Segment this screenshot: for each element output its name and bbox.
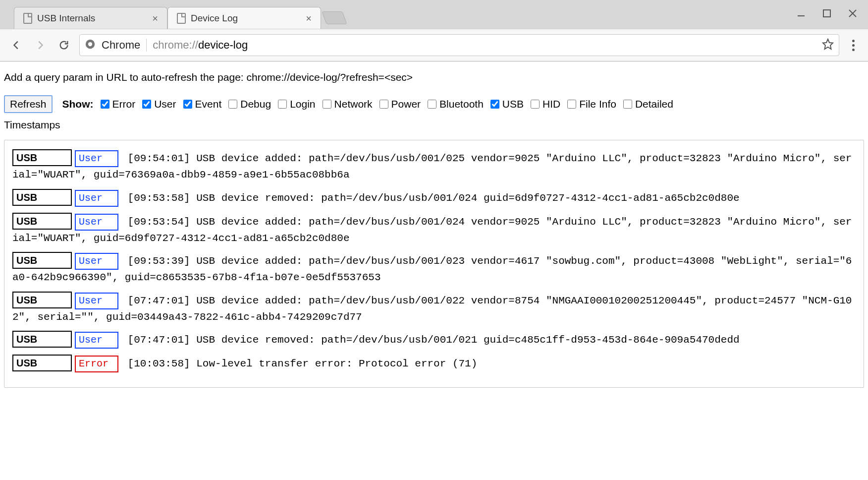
back-button[interactable]: [8, 37, 25, 54]
svg-marker-6: [823, 39, 833, 49]
toolbar: Chrome chrome://device-log: [0, 29, 868, 61]
new-tab-button[interactable]: [322, 11, 347, 24]
auto-refresh-hint: Add a query param in URL to auto-refresh…: [4, 71, 864, 83]
close-window-icon[interactable]: [846, 7, 859, 20]
filter-label: HID: [542, 98, 560, 110]
filter-network[interactable]: Network: [323, 98, 373, 110]
log-level-tag: User: [75, 150, 118, 167]
log-type-tag: USB: [12, 213, 72, 230]
log-entry: USBUser [09:53:54] USB device added: pat…: [12, 213, 856, 246]
tab-strip: USB Internals × Device Log ×: [0, 0, 868, 29]
window-controls: [795, 7, 859, 20]
filter-checkbox[interactable]: [323, 100, 331, 109]
menu-kebab-icon[interactable]: [846, 40, 860, 51]
log-level-tag: User: [75, 214, 118, 231]
url-host: chrome://: [153, 39, 198, 51]
filter-checkbox[interactable]: [101, 100, 109, 109]
log-box: USBUser [09:54:01] USB device added: pat…: [4, 140, 864, 388]
url-display: chrome://device-log: [153, 39, 248, 52]
log-message: [09:53:58] USB device removed: path=/dev…: [121, 192, 740, 204]
minimize-icon[interactable]: [795, 7, 808, 20]
filter-checkbox[interactable]: [183, 100, 192, 109]
filter-checkbox[interactable]: [490, 100, 499, 109]
filter-label: File Info: [579, 98, 616, 110]
log-entry: USBUser [07:47:01] USB device removed: p…: [12, 331, 856, 349]
filter-label: Event: [195, 98, 222, 110]
filter-checkbox[interactable]: [380, 100, 388, 109]
timestamps-label: Timestamps: [4, 119, 864, 131]
tab-title: Device Log: [191, 13, 299, 24]
filter-label: Login: [290, 98, 315, 110]
svg-rect-1: [823, 10, 830, 17]
filter-label: USB: [502, 98, 524, 110]
log-message: [09:53:54] USB device added: path=/dev/b…: [12, 216, 852, 244]
page-icon: [177, 13, 186, 24]
log-level-tag: User: [75, 253, 118, 270]
filter-label: User: [154, 98, 176, 110]
filter-usb[interactable]: USB: [490, 98, 524, 110]
filter-detailed[interactable]: Detailed: [623, 98, 673, 110]
log-level-tag: User: [75, 190, 118, 207]
browser-chrome: USB Internals × Device Log × Chrome chro…: [0, 0, 868, 61]
filter-label: Detailed: [635, 98, 673, 110]
refresh-button[interactable]: Refresh: [4, 95, 53, 113]
filter-label: Network: [334, 98, 373, 110]
show-label: Show:: [62, 98, 94, 110]
tab-device-log[interactable]: Device Log ×: [167, 7, 321, 29]
origin-label: Chrome: [102, 39, 147, 52]
filter-event[interactable]: Event: [183, 98, 222, 110]
svg-point-5: [88, 42, 92, 46]
filter-login[interactable]: Login: [278, 98, 315, 110]
log-type-tag: USB: [12, 252, 72, 269]
chrome-origin-icon: [85, 39, 96, 52]
log-level-tag: User: [75, 293, 118, 309]
log-entry: USBError [10:03:58] Low-level transfer e…: [12, 355, 856, 372]
filter-bluetooth[interactable]: Bluetooth: [428, 98, 484, 110]
filter-power[interactable]: Power: [380, 98, 421, 110]
log-message: [09:54:01] USB device added: path=/dev/b…: [12, 153, 852, 180]
filter-checkbox[interactable]: [228, 100, 237, 109]
log-entry: USBUser [09:53:58] USB device removed: p…: [12, 189, 856, 207]
filter-label: Debug: [240, 98, 271, 110]
page-content: Add a query param in URL to auto-refresh…: [0, 61, 868, 403]
filter-label: Error: [112, 98, 136, 110]
filter-checkbox[interactable]: [428, 100, 436, 109]
log-message: [09:53:39] USB device added: path=/dev/b…: [12, 255, 852, 283]
forward-button[interactable]: [32, 37, 49, 54]
log-type-tag: USB: [12, 331, 72, 348]
log-type-tag: USB: [12, 292, 72, 308]
filter-checkbox[interactable]: [623, 100, 632, 109]
filter-user[interactable]: User: [142, 98, 176, 110]
bookmark-star-icon[interactable]: [822, 38, 834, 53]
log-message: [07:47:01] USB device removed: path=/dev…: [121, 334, 740, 346]
tab-usb-internals[interactable]: USB Internals ×: [14, 7, 167, 29]
filter-checkbox[interactable]: [531, 100, 540, 109]
filter-debug[interactable]: Debug: [228, 98, 271, 110]
log-type-tag: USB: [12, 189, 72, 206]
close-icon[interactable]: ×: [150, 12, 160, 24]
url-path: device-log: [198, 39, 248, 51]
log-type-tag: USB: [12, 149, 72, 166]
close-icon[interactable]: ×: [304, 12, 314, 24]
log-level-tag: Error: [75, 356, 118, 372]
log-message: [07:47:01] USB device added: path=/dev/b…: [12, 295, 852, 323]
reload-button[interactable]: [55, 37, 72, 54]
filter-hid[interactable]: HID: [531, 98, 560, 110]
filter-file-info[interactable]: File Info: [567, 98, 616, 110]
filter-checkbox[interactable]: [567, 100, 576, 109]
filter-error[interactable]: Error: [101, 98, 136, 110]
log-entry: USBUser [07:47:01] USB device added: pat…: [12, 292, 856, 325]
filter-checkbox[interactable]: [142, 100, 151, 109]
log-message: [10:03:58] Low-level transfer error: Pro…: [121, 358, 477, 369]
maximize-icon[interactable]: [820, 7, 833, 20]
page-icon: [23, 13, 32, 24]
log-entry: USBUser [09:53:39] USB device added: pat…: [12, 252, 856, 286]
omnibox[interactable]: Chrome chrome://device-log: [79, 34, 839, 56]
log-entry: USBUser [09:54:01] USB device added: pat…: [12, 149, 856, 183]
log-type-tag: USB: [12, 355, 72, 371]
filter-checkbox[interactable]: [278, 100, 287, 109]
filter-label: Bluetooth: [439, 98, 484, 110]
filter-label: Power: [391, 98, 421, 110]
log-level-tag: User: [75, 332, 118, 349]
tab-title: USB Internals: [37, 13, 145, 24]
